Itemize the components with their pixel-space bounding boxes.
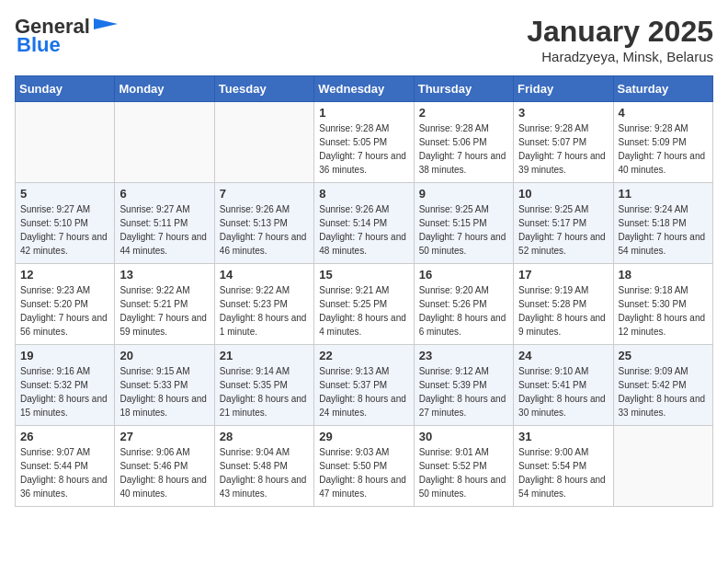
calendar-cell: 7Sunrise: 9:26 AM Sunset: 5:13 PM Daylig… xyxy=(214,183,313,264)
calendar-cell: 30Sunrise: 9:01 AM Sunset: 5:52 PM Dayli… xyxy=(414,426,513,507)
calendar-cell: 31Sunrise: 9:00 AM Sunset: 5:54 PM Dayli… xyxy=(514,426,613,507)
day-number: 30 xyxy=(419,430,508,443)
calendar-cell: 17Sunrise: 9:19 AM Sunset: 5:28 PM Dayli… xyxy=(514,264,613,345)
day-number: 24 xyxy=(518,349,608,362)
calendar-cell: 8Sunrise: 9:26 AM Sunset: 5:14 PM Daylig… xyxy=(314,183,414,264)
calendar-cell: 1Sunrise: 9:28 AM Sunset: 5:05 PM Daylig… xyxy=(314,102,414,183)
calendar-week-row: 5Sunrise: 9:27 AM Sunset: 5:10 PM Daylig… xyxy=(16,183,713,264)
dow-header: Sunday xyxy=(16,76,115,102)
day-info: Sunrise: 9:28 AM Sunset: 5:07 PM Dayligh… xyxy=(518,121,608,177)
calendar-cell xyxy=(214,102,313,183)
calendar-cell: 10Sunrise: 9:25 AM Sunset: 5:17 PM Dayli… xyxy=(514,183,613,264)
day-info: Sunrise: 9:04 AM Sunset: 5:48 PM Dayligh… xyxy=(220,445,309,500)
logo-blue: Blue xyxy=(17,33,61,57)
day-info: Sunrise: 9:23 AM Sunset: 5:20 PM Dayligh… xyxy=(20,283,109,339)
calendar-table: SundayMondayTuesdayWednesdayThursdayFrid… xyxy=(15,75,713,507)
day-number: 8 xyxy=(319,187,408,201)
calendar-cell: 9Sunrise: 9:25 AM Sunset: 5:15 PM Daylig… xyxy=(414,183,513,264)
day-info: Sunrise: 9:18 AM Sunset: 5:30 PM Dayligh… xyxy=(619,283,708,339)
calendar-cell xyxy=(613,426,712,507)
day-number: 15 xyxy=(319,268,408,282)
calendar-week-row: 12Sunrise: 9:23 AM Sunset: 5:20 PM Dayli… xyxy=(16,264,713,345)
day-number: 23 xyxy=(419,349,508,362)
day-number: 12 xyxy=(20,268,109,282)
calendar-cell: 24Sunrise: 9:10 AM Sunset: 5:41 PM Dayli… xyxy=(514,345,613,426)
day-number: 27 xyxy=(119,430,209,443)
location: Haradzyeya, Minsk, Belarus xyxy=(527,49,713,64)
day-info: Sunrise: 9:22 AM Sunset: 5:21 PM Dayligh… xyxy=(119,283,209,339)
logo-flag-icon xyxy=(92,17,121,33)
day-number: 16 xyxy=(419,268,508,282)
calendar-cell: 16Sunrise: 9:20 AM Sunset: 5:26 PM Dayli… xyxy=(414,264,513,345)
calendar-cell: 27Sunrise: 9:06 AM Sunset: 5:46 PM Dayli… xyxy=(115,426,214,507)
calendar-cell: 19Sunrise: 9:16 AM Sunset: 5:32 PM Dayli… xyxy=(16,345,115,426)
day-number: 29 xyxy=(319,430,408,443)
svg-marker-0 xyxy=(94,18,118,29)
dow-header: Friday xyxy=(514,76,613,102)
dow-header: Monday xyxy=(115,76,214,102)
day-info: Sunrise: 9:06 AM Sunset: 5:46 PM Dayligh… xyxy=(119,445,209,500)
day-info: Sunrise: 9:26 AM Sunset: 5:13 PM Dayligh… xyxy=(220,202,309,258)
calendar-cell: 29Sunrise: 9:03 AM Sunset: 5:50 PM Dayli… xyxy=(314,426,414,507)
calendar-cell: 15Sunrise: 9:21 AM Sunset: 5:25 PM Dayli… xyxy=(314,264,414,345)
day-info: Sunrise: 9:03 AM Sunset: 5:50 PM Dayligh… xyxy=(319,445,408,500)
day-number: 17 xyxy=(518,268,608,282)
calendar-cell: 21Sunrise: 9:14 AM Sunset: 5:35 PM Dayli… xyxy=(214,345,313,426)
day-number: 9 xyxy=(419,187,508,201)
day-info: Sunrise: 9:15 AM Sunset: 5:33 PM Dayligh… xyxy=(119,364,209,419)
day-number: 31 xyxy=(518,430,608,443)
day-info: Sunrise: 9:13 AM Sunset: 5:37 PM Dayligh… xyxy=(319,364,408,419)
days-of-week-row: SundayMondayTuesdayWednesdayThursdayFrid… xyxy=(16,76,713,102)
calendar-cell: 25Sunrise: 9:09 AM Sunset: 5:42 PM Dayli… xyxy=(613,345,712,426)
title-block: January 2025 Haradzyeya, Minsk, Belarus xyxy=(527,15,713,64)
day-number: 2 xyxy=(419,106,508,120)
day-info: Sunrise: 9:27 AM Sunset: 5:11 PM Dayligh… xyxy=(119,202,209,258)
day-number: 6 xyxy=(119,187,209,201)
calendar-body: 1Sunrise: 9:28 AM Sunset: 5:05 PM Daylig… xyxy=(16,102,713,507)
calendar-cell: 28Sunrise: 9:04 AM Sunset: 5:48 PM Dayli… xyxy=(214,426,313,507)
day-number: 19 xyxy=(20,349,109,362)
dow-header: Saturday xyxy=(613,76,712,102)
page-header: General Blue January 2025 Haradzyeya, Mi… xyxy=(15,15,713,64)
day-info: Sunrise: 9:16 AM Sunset: 5:32 PM Dayligh… xyxy=(20,364,109,419)
day-number: 5 xyxy=(20,187,109,201)
day-number: 18 xyxy=(619,268,708,282)
dow-header: Tuesday xyxy=(214,76,313,102)
calendar-cell: 26Sunrise: 9:07 AM Sunset: 5:44 PM Dayli… xyxy=(16,426,115,507)
logo: General Blue xyxy=(15,15,121,57)
day-number: 22 xyxy=(319,349,408,362)
calendar-week-row: 1Sunrise: 9:28 AM Sunset: 5:05 PM Daylig… xyxy=(16,102,713,183)
calendar-cell: 12Sunrise: 9:23 AM Sunset: 5:20 PM Dayli… xyxy=(16,264,115,345)
dow-header: Wednesday xyxy=(314,76,414,102)
day-info: Sunrise: 9:25 AM Sunset: 5:15 PM Dayligh… xyxy=(419,202,508,258)
day-number: 3 xyxy=(518,106,608,120)
day-info: Sunrise: 9:24 AM Sunset: 5:18 PM Dayligh… xyxy=(619,202,708,258)
calendar-cell: 5Sunrise: 9:27 AM Sunset: 5:10 PM Daylig… xyxy=(16,183,115,264)
day-info: Sunrise: 9:21 AM Sunset: 5:25 PM Dayligh… xyxy=(319,283,408,339)
day-info: Sunrise: 9:01 AM Sunset: 5:52 PM Dayligh… xyxy=(419,445,508,500)
day-info: Sunrise: 9:22 AM Sunset: 5:23 PM Dayligh… xyxy=(220,283,309,339)
calendar-cell xyxy=(115,102,214,183)
day-info: Sunrise: 9:07 AM Sunset: 5:44 PM Dayligh… xyxy=(20,445,109,500)
day-number: 1 xyxy=(319,106,408,120)
calendar-cell: 18Sunrise: 9:18 AM Sunset: 5:30 PM Dayli… xyxy=(613,264,712,345)
day-number: 21 xyxy=(220,349,309,362)
calendar-cell: 23Sunrise: 9:12 AM Sunset: 5:39 PM Dayli… xyxy=(414,345,513,426)
calendar-cell: 11Sunrise: 9:24 AM Sunset: 5:18 PM Dayli… xyxy=(613,183,712,264)
calendar-cell xyxy=(16,102,115,183)
day-number: 10 xyxy=(518,187,608,201)
calendar-cell: 14Sunrise: 9:22 AM Sunset: 5:23 PM Dayli… xyxy=(214,264,313,345)
day-info: Sunrise: 9:28 AM Sunset: 5:09 PM Dayligh… xyxy=(619,121,708,177)
calendar-cell: 2Sunrise: 9:28 AM Sunset: 5:06 PM Daylig… xyxy=(414,102,513,183)
calendar-cell: 6Sunrise: 9:27 AM Sunset: 5:11 PM Daylig… xyxy=(115,183,214,264)
day-info: Sunrise: 9:14 AM Sunset: 5:35 PM Dayligh… xyxy=(220,364,309,419)
day-info: Sunrise: 9:28 AM Sunset: 5:06 PM Dayligh… xyxy=(419,121,508,177)
day-number: 14 xyxy=(220,268,309,282)
month-title: January 2025 xyxy=(527,15,713,49)
calendar-cell: 22Sunrise: 9:13 AM Sunset: 5:37 PM Dayli… xyxy=(314,345,414,426)
day-info: Sunrise: 9:27 AM Sunset: 5:10 PM Dayligh… xyxy=(20,202,109,258)
dow-header: Thursday xyxy=(414,76,513,102)
day-number: 7 xyxy=(220,187,309,201)
day-number: 28 xyxy=(220,430,309,443)
day-info: Sunrise: 9:19 AM Sunset: 5:28 PM Dayligh… xyxy=(518,283,608,339)
